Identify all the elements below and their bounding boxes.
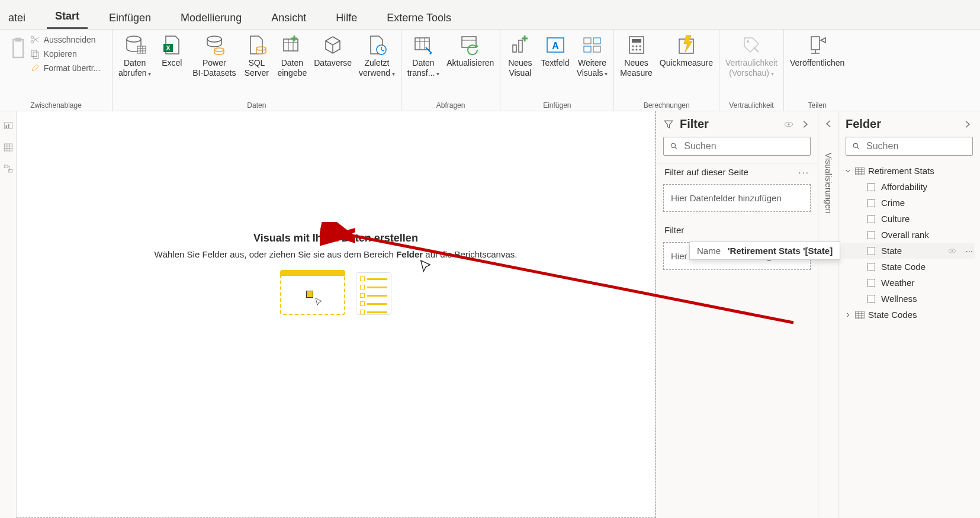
filter-icon <box>663 119 674 130</box>
pb-datasets-button[interactable]: Power BI-Datasets <box>190 31 238 81</box>
excel-button[interactable]: X Excel <box>156 31 188 70</box>
fields-search[interactable] <box>846 137 973 156</box>
tab-datei[interactable]: atei <box>0 12 34 29</box>
quick-measure-label: Quickmeasure <box>660 58 713 68</box>
svg-point-10 <box>207 36 221 42</box>
excel-label: Excel <box>162 58 182 68</box>
svg-point-29 <box>639 46 641 47</box>
copy-button[interactable]: Kopieren <box>30 49 101 59</box>
svg-rect-18 <box>519 40 522 52</box>
model-view-icon[interactable] <box>3 163 14 174</box>
eye-icon <box>947 246 957 256</box>
report-canvas[interactable]: Visuals mit Ihren Daten erstellen Wählen… <box>17 111 656 518</box>
tab-hilfe[interactable]: Hilfe <box>327 12 365 29</box>
publish-button[interactable]: Veröffentlichen <box>788 31 847 70</box>
teilen-group-label: Teilen <box>788 100 847 111</box>
tab-einfuegen[interactable]: Einfügen <box>101 12 159 29</box>
more-visuals-icon <box>580 33 604 57</box>
enter-data-icon <box>280 33 304 57</box>
canvas-hint-title: Visuals mit Ihren Daten erstellen <box>152 232 519 244</box>
svg-rect-23 <box>584 46 591 52</box>
tab-externe[interactable]: Externe Tools <box>378 12 460 29</box>
canvas-illustration <box>152 272 519 315</box>
page-filter-menu[interactable]: ··· <box>798 167 809 177</box>
svg-rect-7 <box>137 46 146 53</box>
page-filter-dropzone[interactable]: Hier Datenfelder hinzufügen <box>663 184 811 212</box>
table-retirement-stats[interactable]: Retirement Stats <box>843 163 975 179</box>
field-state-code[interactable]: State Code <box>843 259 975 275</box>
ribbon-tabs: atei Start Einfügen Modellierung Ansicht… <box>0 0 980 30</box>
field-state[interactable]: State ··· Name 'Retirement Stats '[State… <box>843 243 975 259</box>
svg-point-12 <box>256 47 266 50</box>
svg-point-48 <box>952 250 953 252</box>
svg-point-45 <box>853 143 857 147</box>
tab-ansicht[interactable]: Ansicht <box>263 12 314 29</box>
field-overall-rank[interactable]: Overall rank <box>843 227 975 243</box>
recent-label: Zuletzt verwend <box>359 58 395 78</box>
svg-point-43 <box>788 123 790 125</box>
mouse-cursor-icon <box>419 259 432 275</box>
svg-text:X: X <box>166 44 171 52</box>
table-label: Retirement Stats <box>868 166 934 176</box>
expand-left-icon[interactable] <box>823 118 834 129</box>
svg-rect-41 <box>8 170 12 173</box>
textbox-icon: A <box>544 33 567 57</box>
svg-rect-35 <box>811 37 820 50</box>
format-label: Format übertr... <box>44 63 101 73</box>
svg-rect-21 <box>584 38 591 44</box>
sensitivity-button[interactable]: Vertraulichkeit (Vorschau) <box>723 31 780 81</box>
transform-data-button[interactable]: Daten transf... <box>405 31 442 81</box>
cut-button[interactable]: Ausschneiden <box>30 34 101 45</box>
filter-search-input[interactable] <box>684 141 804 152</box>
new-visual-button[interactable]: Neues Visual <box>504 31 536 81</box>
filter-search[interactable] <box>663 137 811 156</box>
data-view-icon[interactable] <box>3 142 14 153</box>
sensitivity-label: Vertraulichkeit (Vorschau) <box>725 58 777 78</box>
tab-modellierung[interactable]: Modellierung <box>172 12 250 29</box>
more-visuals-button[interactable]: Weitere Visuals <box>574 31 611 81</box>
textbox-button[interactable]: A Textfeld <box>538 31 571 70</box>
svg-rect-26 <box>632 39 641 43</box>
dataverse-label: Dataverse <box>314 58 352 68</box>
dataverse-icon <box>321 33 345 57</box>
cut-label: Ausschneiden <box>44 35 96 44</box>
dataverse-button[interactable]: Dataverse <box>311 31 354 70</box>
vertraulichkeit-group-label: Vertraulichkeit <box>723 100 780 111</box>
context-dots[interactable]: ··· <box>965 246 973 256</box>
paste-button[interactable] <box>4 34 36 63</box>
svg-point-34 <box>747 40 749 43</box>
sql-server-button[interactable]: SQL Server <box>240 31 272 81</box>
search-icon <box>670 141 678 151</box>
fields-search-input[interactable] <box>866 141 966 152</box>
new-visual-label: Neues Visual <box>508 58 532 78</box>
format-painter-button[interactable]: Format übertr... <box>30 63 101 73</box>
enter-data-button[interactable]: Daten eingebe <box>275 31 309 81</box>
refresh-button[interactable]: Aktualisieren <box>444 31 496 70</box>
refresh-label: Aktualisieren <box>446 58 494 68</box>
table-icon <box>855 311 865 319</box>
textbox-label: Textfeld <box>541 58 569 68</box>
more-visuals-label: Weitere Visuals <box>577 58 608 78</box>
tab-start[interactable]: Start <box>47 10 88 29</box>
field-crime[interactable]: Crime <box>843 195 975 211</box>
field-wellness[interactable]: Wellness <box>843 291 975 307</box>
svg-rect-40 <box>4 165 8 168</box>
field-affordability[interactable]: Affordability <box>843 179 975 195</box>
collapse-icon[interactable] <box>800 119 811 130</box>
field-culture[interactable]: Culture <box>843 211 975 227</box>
recent-sources-button[interactable]: Zuletzt verwend <box>356 31 397 81</box>
new-measure-button[interactable]: Neues Measure <box>618 31 654 81</box>
publish-label: Veröffentlichen <box>790 58 844 68</box>
datasets-icon <box>203 33 226 57</box>
get-data-button[interactable]: Daten abrufen <box>116 31 153 81</box>
field-weather[interactable]: Weather <box>843 275 975 291</box>
sql-icon <box>245 33 268 57</box>
visualizations-pane-collapsed[interactable]: Visualisierungen <box>818 111 838 518</box>
collapse-icon[interactable] <box>962 119 973 130</box>
table-state-codes[interactable]: State Codes <box>843 307 975 323</box>
report-view-icon[interactable] <box>3 121 14 131</box>
quick-measure-button[interactable]: Quickmeasure <box>657 31 715 70</box>
chart-icon <box>508 33 532 57</box>
eye-icon[interactable] <box>783 119 794 130</box>
new-measure-label: Neues Measure <box>620 58 652 78</box>
